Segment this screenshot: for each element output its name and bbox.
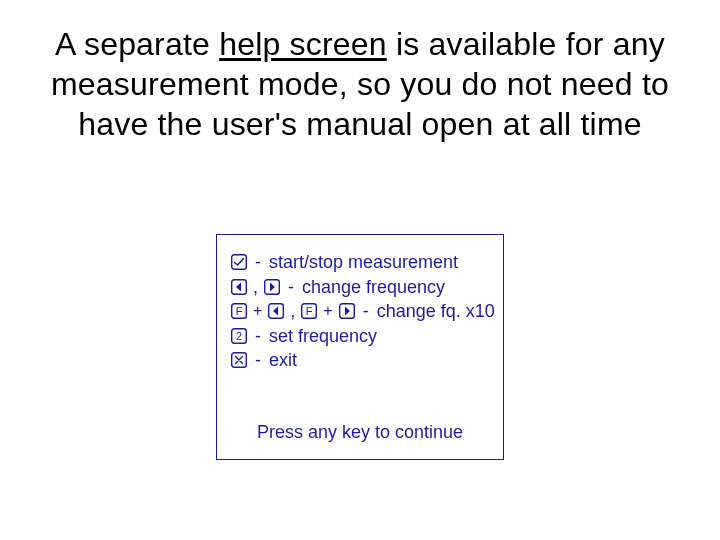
help-row-text: change fq. x10 xyxy=(377,300,495,323)
arrow-left-key-icon xyxy=(231,279,247,295)
plus: + xyxy=(323,301,332,321)
help-footer: Press any key to continue xyxy=(217,422,503,443)
comma: , xyxy=(253,276,258,299)
dash: - xyxy=(255,349,261,372)
arrow-right-key-icon xyxy=(264,279,280,295)
svg-text:F: F xyxy=(306,305,313,317)
svg-text:2: 2 xyxy=(236,330,242,342)
slide: A separate help screen is available for … xyxy=(0,0,720,540)
help-row-text: exit xyxy=(269,349,297,372)
comma: , xyxy=(290,300,295,323)
arrow-left-key-icon xyxy=(268,303,284,319)
plus: + xyxy=(253,301,262,321)
title-pre: A separate xyxy=(55,26,219,62)
dash: - xyxy=(363,300,369,323)
svg-rect-0 xyxy=(232,255,247,270)
help-row-set-freq: 2 - set frequency xyxy=(231,325,493,348)
dash: - xyxy=(255,251,261,274)
arrow-right-key-icon xyxy=(339,303,355,319)
help-list: - start/stop measurement , - change freq… xyxy=(231,251,493,374)
svg-text:F: F xyxy=(236,305,243,317)
help-panel: - start/stop measurement , - change freq… xyxy=(216,234,504,460)
title-underlined: help screen xyxy=(219,26,387,62)
help-row-change-freq-x10: F + , F + - change fq. x10 xyxy=(231,300,493,323)
two-key-icon: 2 xyxy=(231,328,247,344)
x-key-icon xyxy=(231,352,247,368)
help-row-text: set frequency xyxy=(269,325,377,348)
help-row-text: change frequency xyxy=(302,276,445,299)
help-row-change-freq: , - change frequency xyxy=(231,276,493,299)
f-key-icon: F xyxy=(301,303,317,319)
dash: - xyxy=(255,325,261,348)
check-key-icon xyxy=(231,254,247,270)
slide-title: A separate help screen is available for … xyxy=(40,24,680,144)
help-row-start-stop: - start/stop measurement xyxy=(231,251,493,274)
help-row-text: start/stop measurement xyxy=(269,251,458,274)
dash: - xyxy=(288,276,294,299)
f-key-icon: F xyxy=(231,303,247,319)
help-row-exit: - exit xyxy=(231,349,493,372)
